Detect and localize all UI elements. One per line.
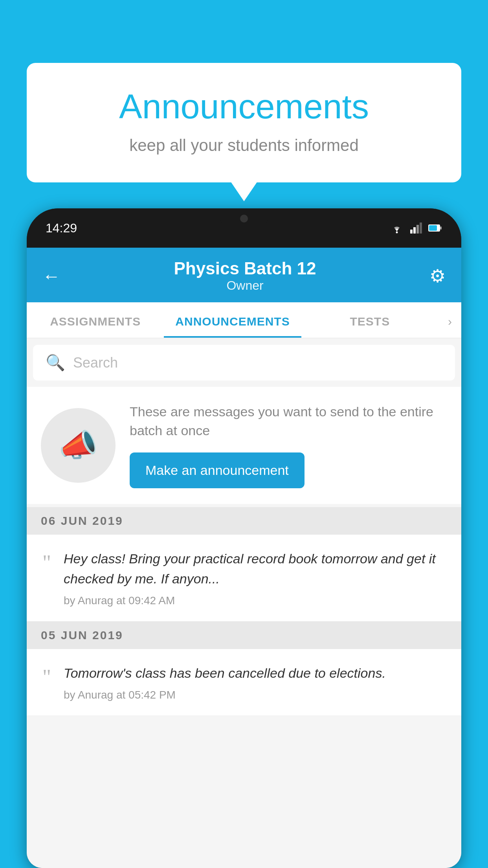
- wifi-icon: [390, 223, 404, 234]
- prompt-description: These are messages you want to send to t…: [130, 403, 447, 440]
- phone-status-bar: 14:29: [27, 208, 461, 248]
- phone-notch: [220, 208, 268, 229]
- content-area: 🔍 Search 📣 These are messages you want t…: [27, 338, 461, 868]
- announcement-prompt: 📣 These are messages you want to send to…: [27, 387, 461, 504]
- announcement-content-2: Tomorrow's class has been cancelled due …: [64, 663, 447, 701]
- tab-tests[interactable]: TESTS: [301, 302, 438, 338]
- speech-bubble: Announcements keep all your students inf…: [27, 63, 461, 182]
- svg-rect-4: [420, 223, 422, 234]
- camera-dot: [240, 215, 248, 223]
- make-announcement-button[interactable]: Make an announcement: [130, 452, 305, 488]
- battery-icon: [428, 224, 442, 232]
- prompt-right: These are messages you want to send to t…: [130, 403, 447, 488]
- search-placeholder: Search: [73, 355, 118, 371]
- svg-point-0: [396, 232, 398, 234]
- announcement-text-1: Hey class! Bring your practical record b…: [64, 549, 447, 589]
- quote-icon: ": [42, 552, 51, 573]
- header-title: Physics Batch 12: [174, 259, 316, 278]
- status-icons: [390, 223, 442, 234]
- settings-icon[interactable]: ⚙: [429, 265, 446, 287]
- announcement-text-2: Tomorrow's class has been cancelled due …: [64, 663, 447, 683]
- megaphone-icon: 📣: [59, 427, 98, 464]
- date-section-june5: 05 JUN 2019: [27, 622, 461, 649]
- speech-bubble-container: Announcements keep all your students inf…: [27, 63, 461, 182]
- svg-rect-3: [416, 225, 419, 234]
- quote-icon-2: ": [42, 666, 51, 688]
- announcement-item-1[interactable]: " Hey class! Bring your practical record…: [27, 535, 461, 622]
- svg-rect-7: [429, 225, 437, 231]
- announcement-meta-2: by Anurag at 05:42 PM: [64, 689, 447, 701]
- svg-rect-2: [413, 227, 416, 234]
- app-header: ← Physics Batch 12 Owner ⚙: [27, 248, 461, 302]
- status-time: 14:29: [46, 221, 77, 235]
- date-section-june6: 06 JUN 2019: [27, 507, 461, 535]
- announcement-item-2[interactable]: " Tomorrow's class has been cancelled du…: [27, 649, 461, 716]
- header-center: Physics Batch 12 Owner: [174, 259, 316, 293]
- megaphone-circle: 📣: [41, 408, 116, 483]
- phone-frame: 14:29: [27, 208, 461, 868]
- announcement-meta-1: by Anurag at 09:42 AM: [64, 594, 447, 607]
- header-subtitle: Owner: [174, 278, 316, 293]
- svg-rect-1: [410, 230, 413, 234]
- tab-assignments[interactable]: ASSIGNMENTS: [27, 302, 164, 338]
- phone-screen: ← Physics Batch 12 Owner ⚙ ASSIGNMENTS A…: [27, 248, 461, 868]
- announcement-content-1: Hey class! Bring your practical record b…: [64, 549, 447, 607]
- bubble-subtitle: keep all your students informed: [58, 136, 430, 155]
- tab-more[interactable]: ›: [438, 302, 461, 338]
- search-icon: 🔍: [46, 353, 65, 372]
- search-bar[interactable]: 🔍 Search: [33, 345, 455, 381]
- svg-rect-6: [440, 226, 442, 230]
- bubble-title: Announcements: [58, 86, 430, 127]
- signal-icon: [410, 223, 422, 234]
- tab-announcements[interactable]: ANNOUNCEMENTS: [164, 302, 301, 338]
- tab-bar: ASSIGNMENTS ANNOUNCEMENTS TESTS ›: [27, 302, 461, 338]
- back-button[interactable]: ←: [42, 265, 61, 287]
